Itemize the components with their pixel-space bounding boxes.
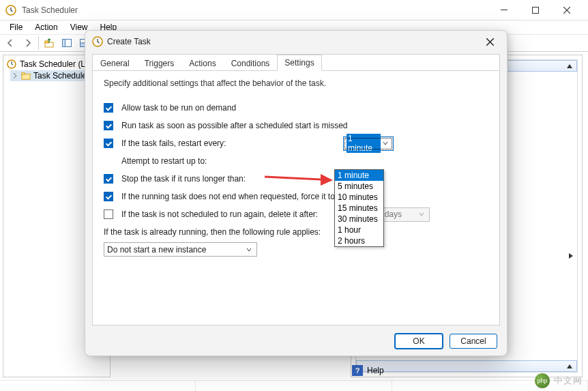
stop-longer-label: Stop the task if it runs longer than: xyxy=(121,174,246,184)
clock-icon xyxy=(92,36,103,47)
rule-row: If the task is already running, then the… xyxy=(104,227,488,237)
tab-triggers[interactable]: Triggers xyxy=(137,55,182,71)
dialog-titlebar: Create Task xyxy=(85,31,507,53)
stop-longer-checkbox[interactable] xyxy=(104,174,113,184)
back-button[interactable] xyxy=(3,35,18,50)
allow-demand-row: Allow task to be run on demand xyxy=(104,103,488,113)
dialog-close-button[interactable] xyxy=(480,38,500,46)
tab-conditions[interactable]: Conditions xyxy=(224,55,278,71)
close-button[interactable] xyxy=(551,0,583,20)
delete-after-row: If the task is not scheduled to run agai… xyxy=(104,209,488,219)
cancel-button[interactable]: Cancel xyxy=(450,334,497,349)
window-title: Task Scheduler xyxy=(22,5,488,15)
triangle-up-icon xyxy=(567,364,572,368)
restart-every-checkbox[interactable] xyxy=(104,139,113,148)
watermark-logo: php xyxy=(535,373,550,388)
statusbar-cell xyxy=(196,381,392,391)
tab-settings[interactable]: Settings xyxy=(277,55,321,71)
restart-every-label: If the task fails, restart every: xyxy=(121,139,226,148)
maximize-button[interactable] xyxy=(520,0,551,20)
create-task-dialog: Create Task General Triggers Actions Con… xyxy=(85,30,508,356)
up-level-button[interactable] xyxy=(42,35,57,50)
menu-action[interactable]: Action xyxy=(29,21,63,33)
watermark: php 中文网 xyxy=(535,373,583,388)
dropdown-option[interactable]: 1 hour xyxy=(335,225,383,235)
dropdown-option[interactable]: 2 hours xyxy=(335,235,383,246)
dialog-buttons: OK Cancel xyxy=(395,334,497,349)
rule-value: Do not start a new instance xyxy=(107,245,244,255)
svg-rect-11 xyxy=(22,73,25,75)
triangle-right-icon xyxy=(569,253,573,259)
folder-icon xyxy=(21,71,31,81)
dropdown-option[interactable]: 1 minute xyxy=(335,170,383,181)
actions-footer-header xyxy=(356,360,577,372)
toolbar-sep xyxy=(38,36,39,50)
run-asap-row: Run task as soon as possible after a sch… xyxy=(104,121,488,130)
statusbar xyxy=(0,380,588,391)
clock-icon xyxy=(5,5,16,16)
ok-button[interactable]: OK xyxy=(395,334,443,349)
force-stop-label: If the running task does not end when re… xyxy=(121,192,348,201)
svg-rect-6 xyxy=(63,40,65,47)
dropdown-option[interactable]: 15 minutes xyxy=(335,203,383,214)
settings-desc: Specify additional settings that affect … xyxy=(104,78,488,88)
force-stop-row: If the running task does not end when re… xyxy=(104,192,488,201)
delete-after-checkbox[interactable] xyxy=(104,209,113,219)
svg-rect-4 xyxy=(45,41,48,43)
restart-every-combo[interactable]: 1 minute xyxy=(343,136,394,151)
restart-every-row: If the task fails, restart every: 1 minu… xyxy=(104,139,488,148)
attempts-row: Attempt to restart up to: xyxy=(121,156,488,166)
allow-demand-checkbox[interactable] xyxy=(104,103,113,113)
forward-button[interactable] xyxy=(20,35,35,50)
delete-after-label: If the task is not scheduled to run agai… xyxy=(121,209,318,219)
rule-label: If the task is already running, then the… xyxy=(104,227,321,237)
stop-longer-row: Stop the task if it runs longer than: xyxy=(104,174,488,184)
help-bar[interactable]: ? Help xyxy=(348,364,388,377)
statusbar-cell xyxy=(0,381,196,391)
chevron-down-icon xyxy=(381,141,390,146)
rule-combo[interactable]: Do not start a new instance xyxy=(104,242,257,257)
svg-rect-1 xyxy=(501,10,508,10)
clock-icon xyxy=(6,59,17,70)
tree-root-label: Task Scheduler (L xyxy=(20,59,85,69)
menu-file[interactable]: File xyxy=(4,21,28,33)
dialog-body: General Triggers Actions Conditions Sett… xyxy=(92,54,500,325)
run-asap-label: Run task as soon as possible after a sch… xyxy=(121,121,348,130)
allow-demand-label: Allow task to be run on demand xyxy=(121,103,236,113)
tree-library-label: Task Schedule xyxy=(33,71,87,81)
restart-every-value: 1 minute xyxy=(348,134,372,153)
triangle-up-icon xyxy=(567,64,572,68)
chevron-down-icon xyxy=(244,247,254,252)
svg-rect-2 xyxy=(533,7,539,13)
main-titlebar: Task Scheduler xyxy=(0,0,588,20)
dropdown-option[interactable]: 10 minutes xyxy=(335,192,383,203)
minimize-button[interactable] xyxy=(488,0,520,20)
tab-actions[interactable]: Actions xyxy=(181,55,223,71)
help-icon: ? xyxy=(352,365,363,376)
tab-content-settings: Specify additional settings that affect … xyxy=(93,71,499,264)
watermark-text: 中文网 xyxy=(554,375,583,387)
chevron-right-icon xyxy=(12,72,18,79)
force-stop-checkbox[interactable] xyxy=(104,192,113,201)
attempts-label: Attempt to restart up to: xyxy=(121,156,207,166)
run-asap-checkbox[interactable] xyxy=(104,121,113,130)
chevron-down-icon xyxy=(417,212,426,217)
dialog-title: Create Task xyxy=(107,37,480,46)
dropdown-option[interactable]: 30 minutes xyxy=(335,214,383,225)
restart-every-dropdown[interactable]: 1 minute 5 minutes 10 minutes 15 minutes… xyxy=(334,169,384,247)
tab-strip: General Triggers Actions Conditions Sett… xyxy=(93,55,499,71)
dropdown-option[interactable]: 5 minutes xyxy=(335,181,383,192)
tab-general[interactable]: General xyxy=(93,55,137,71)
help-label: Help xyxy=(367,366,384,375)
panel-button[interactable] xyxy=(59,35,74,50)
